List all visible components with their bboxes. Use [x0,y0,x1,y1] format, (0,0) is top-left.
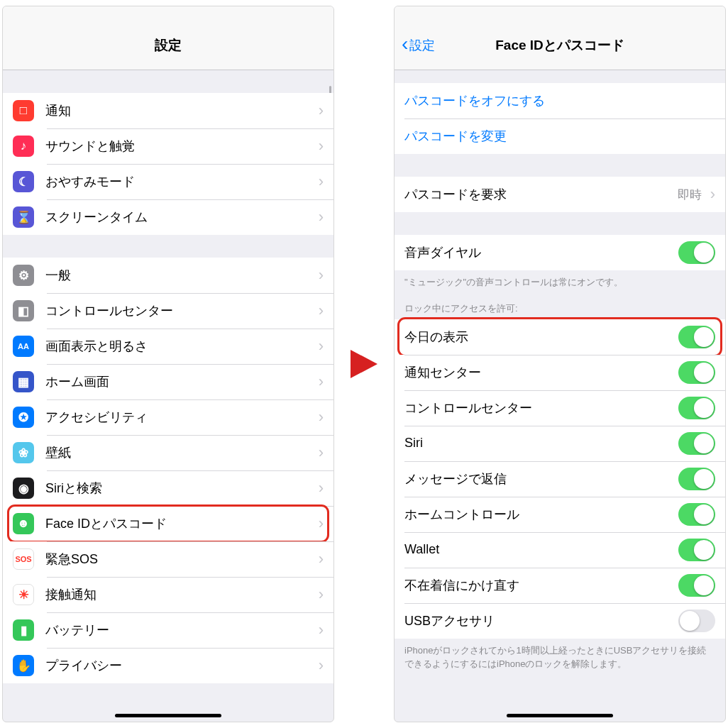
lock-row-notifcenter: 通知センター [395,355,725,390]
row-label: 通知 [45,102,71,119]
row-label: 画面表示と明るさ [45,338,148,355]
row-label: 壁紙 [45,444,71,461]
back-label: 設定 [409,37,435,54]
row-label: 接触通知 [45,586,96,603]
chevron-right-icon: › [319,656,324,675]
settings-row-notifications[interactable]: □通知› [3,93,333,128]
link-row-change[interactable]: パスコードを変更 [395,118,725,154]
link-row-turnoff[interactable]: パスコードをオフにする [395,83,725,118]
toggle-reply[interactable] [678,468,715,490]
settings-row-display[interactable]: AA画面表示と明るさ› [3,329,333,364]
settings-group: ⚙一般›◧コントロールセンター›AA画面表示と明るさ›▦ホーム画面›✪アクセシビ… [3,258,333,683]
row-label: 緊急SOS [45,551,98,568]
link-label: パスコードをオフにする [404,92,545,109]
toggle-today[interactable] [678,326,715,348]
home-icon: ▦ [13,371,34,392]
row-label: おやすみモード [45,173,135,190]
settings-row-screentime[interactable]: ⌛スクリーンタイム› [3,199,333,235]
voice-dial-row: 音声ダイヤル [395,235,725,270]
settings-row-sounds[interactable]: ♪サウンドと触覚› [3,128,333,164]
row-label: 通知センター [404,364,481,381]
settings-row-controlcenter[interactable]: ◧コントロールセンター› [3,293,333,329]
lock-row-reply: メッセージで返信 [395,461,725,497]
chevron-right-icon: › [319,479,324,497]
toggle-callback[interactable] [678,574,715,597]
chevron-right-icon: › [319,621,324,639]
display-icon: AA [13,336,34,357]
row-label: コントロールセンター [404,399,532,417]
lock-row-usb: USBアクセサリ [395,603,725,639]
step-arrow [347,347,381,381]
row-label: サウンドと触覚 [45,138,135,155]
settings-row-exposure[interactable]: ☀接触通知› [3,577,333,612]
toggle-usb[interactable] [678,610,715,632]
back-button[interactable]: ‹ 設定 [402,21,435,70]
settings-row-dnd[interactable]: ☾おやすみモード› [3,164,333,199]
status-bar [3,6,333,21]
settings-row-faceid[interactable]: ☻Face IDとパスコード› [3,506,333,541]
row-label: 一般 [45,267,71,284]
chevron-right-icon: › [319,408,324,426]
battery-icon: ▮ [13,619,34,641]
passcode-actions: パスコードをオフにするパスコードを変更 [395,83,725,154]
toggle-wallet[interactable] [678,539,715,561]
usb-note: iPhoneがロックされてから1時間以上経ったときにUSBアクセサリを接続できる… [395,639,725,671]
row-label: コントロールセンター [45,302,173,319]
home-indicator[interactable] [507,714,613,717]
row-label: Wallet [404,542,439,557]
settings-row-wallpaper[interactable]: ❀壁紙› [3,435,333,470]
screentime-icon: ⌛ [13,206,34,228]
lock-row-homecontrol: ホームコントロール [395,497,725,532]
chevron-right-icon: › [710,185,715,204]
settings-row-privacy[interactable]: ✋プライバシー› [3,648,333,683]
wallpaper-icon: ❀ [13,442,34,463]
settings-row-general[interactable]: ⚙一般› [3,258,333,293]
require-passcode-row[interactable]: パスコードを要求 即時 › [395,177,725,212]
accessibility-icon: ✪ [13,407,34,428]
chevron-left-icon: ‹ [402,34,408,54]
chevron-right-icon: › [319,208,324,226]
settings-row-battery[interactable]: ▮バッテリー› [3,612,333,648]
row-label: Face IDとパスコード [45,515,167,532]
link-label: パスコードを変更 [404,128,507,145]
settings-row-accessibility[interactable]: ✪アクセシビリティ› [3,399,333,435]
navbar: ‹ 設定 Face IDとパスコード [395,21,725,70]
exposure-icon: ☀ [13,584,34,605]
lock-access-header: ロック中にアクセスを許可: [395,289,725,319]
settings-row-siri[interactable]: ◉Siriと検索› [3,470,333,506]
chevron-right-icon: › [319,101,324,120]
group-gap [395,154,725,177]
settings-row-sos[interactable]: SOS緊急SOS› [3,541,333,577]
home-indicator[interactable] [115,714,221,717]
general-icon: ⚙ [13,265,34,286]
sos-icon: SOS [13,548,34,570]
row-label: ホーム画面 [45,373,109,390]
row-label: アクセシビリティ [45,409,148,426]
row-label: プライバシー [45,657,122,674]
toggle-controlcenter[interactable] [678,397,715,419]
chevron-right-icon: › [319,443,324,462]
controlcenter-icon: ◧ [13,300,34,321]
dnd-icon: ☾ [13,171,34,192]
row-label: USBアクセサリ [404,612,495,629]
row-label: パスコードを要求 [404,186,507,203]
row-label: 音声ダイヤル [404,244,481,261]
settings-row-home[interactable]: ▦ホーム画面› [3,364,333,399]
toggle-notifcenter[interactable] [678,361,715,384]
toggle-voice-dial[interactable] [678,241,715,264]
sounds-icon: ♪ [13,136,34,157]
chevron-right-icon: › [319,172,324,191]
lock-row-controlcenter: コントロールセンター [395,390,725,426]
toggle-homecontrol[interactable] [678,503,715,526]
chevron-right-icon: › [319,585,324,604]
group-gap [3,70,333,93]
faceid-icon: ☻ [13,513,34,534]
chevron-right-icon: › [319,302,324,320]
require-passcode-group: パスコードを要求 即時 › [395,177,725,212]
group-gap [3,235,333,258]
faceid-passcode-screen: ‹ 設定 Face IDとパスコード パスコードをオフにするパスコードを変更 パ… [394,6,726,722]
lock-row-siri: Siri [395,426,725,461]
page-title: 設定 [155,36,182,55]
settings-screen: 設定 □通知›♪サウンドと触覚›☾おやすみモード›⌛スクリーンタイム› ⚙一般›… [2,6,334,722]
toggle-siri[interactable] [678,432,715,455]
